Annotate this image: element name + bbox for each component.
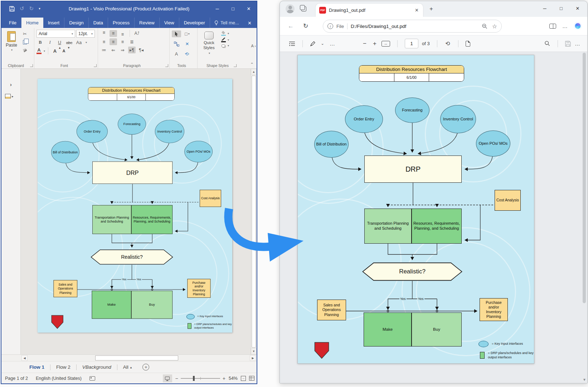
text-tool-icon[interactable]: A (172, 51, 181, 57)
horizontal-scrollbar[interactable]: ◀ ▶ (1, 354, 257, 361)
node-order-entry[interactable]: Order Entry (77, 120, 108, 143)
tab-close-icon[interactable]: ✕ (414, 8, 419, 13)
bold-button[interactable]: B (37, 39, 44, 46)
node-resources[interactable]: Resources, Requirements, Planning, and S… (131, 205, 172, 234)
red-off-page-marker[interactable] (51, 315, 64, 329)
vscroll-thumb[interactable] (252, 76, 256, 348)
node-buy[interactable]: Buy (412, 312, 462, 347)
fit-page-icon[interactable]: ↔ (241, 376, 246, 381)
connector-tool-icon[interactable] (172, 40, 181, 47)
page-number-input[interactable] (405, 39, 418, 48)
node-drp[interactable]: DRP (364, 156, 462, 183)
node-realistic[interactable]: Realistic? (362, 262, 462, 281)
stencil-icon[interactable]: ▸ (5, 94, 14, 99)
zoom-level[interactable]: 54% (229, 376, 238, 381)
node-open-pos-mos[interactable]: Open POs/ MOs (476, 130, 510, 157)
collapse-ribbon-icon[interactable]: ⌃ (250, 62, 254, 67)
clipboard-dialog-launcher-icon[interactable] (30, 64, 33, 67)
profile-avatar-icon[interactable] (286, 4, 295, 13)
node-make[interactable]: Make (92, 291, 131, 319)
close-button[interactable]: ✕ (569, 1, 586, 15)
hscroll-thumb[interactable] (95, 355, 178, 360)
scroll-down-icon[interactable]: ▼ (251, 348, 257, 354)
paste-button[interactable]: Paste ▾ (4, 30, 19, 60)
bullets-icon[interactable]: ≔ (100, 47, 108, 53)
change-case-button[interactable]: Aa (75, 39, 83, 46)
node-order-entry[interactable]: Order Entry (345, 105, 383, 133)
tab-view[interactable]: View (160, 18, 179, 28)
pdf-content-area[interactable]: Distribution Resources Flowchart 6/1/00 … (280, 52, 587, 383)
redo-icon[interactable]: ↻ (29, 5, 34, 12)
node-sales-operations[interactable]: Sales and Operations Planning (317, 300, 346, 320)
shrink-font-button[interactable]: A▼ (60, 48, 68, 54)
page-tab-all[interactable]: All▴ (117, 363, 138, 371)
italic-button[interactable]: I (46, 39, 54, 46)
node-cost-analysis[interactable]: Cost Analysis (495, 190, 521, 211)
macro-record-icon[interactable] (89, 376, 95, 381)
maximize-button[interactable]: □ (553, 1, 569, 15)
node-bill-of-distribution[interactable]: Bill of Distribution (51, 141, 79, 163)
visio-canvas[interactable]: Distribution Resources Flowchart 6/1/00 … (21, 69, 251, 354)
pdf-scroll-down-icon[interactable]: ▼ (583, 378, 586, 382)
decrease-indent-icon[interactable]: ⇐ (110, 47, 117, 53)
node-drp[interactable]: DRP (92, 162, 172, 184)
text-rotate-icon[interactable]: A⤴ (133, 30, 141, 37)
node-cost-analysis[interactable]: Cost Analysis (200, 190, 221, 207)
node-open-pos-mos[interactable]: Open POs/ MOs (184, 141, 213, 162)
rotate-page-icon[interactable]: ⟲ (444, 40, 451, 47)
tab-insert[interactable]: Insert (43, 18, 65, 28)
red-off-page-marker[interactable] (314, 342, 329, 359)
fill-color-button[interactable]: ▾ (220, 31, 229, 36)
pdf-zoom-out-icon[interactable]: − (361, 40, 368, 47)
node-inventory-control[interactable]: Inventory Control (155, 120, 184, 143)
tab-home[interactable]: Home (21, 18, 43, 28)
increase-indent-icon[interactable]: ⇒ (119, 47, 126, 53)
switch-windows-icon[interactable] (249, 376, 254, 381)
node-forecasting[interactable]: Forecasting (395, 97, 429, 123)
workspaces-icon[interactable] (300, 5, 307, 12)
node-inventory-control[interactable]: Inventory Control (440, 105, 476, 133)
node-transportation[interactable]: Transportation Planning and Scheduling (92, 205, 131, 234)
align-right-icon[interactable]: ≡ (119, 38, 126, 45)
strikethrough-button[interactable]: abc (65, 39, 73, 46)
line-color-button[interactable]: ▾ (220, 38, 229, 42)
ltr-direction-icon[interactable]: ▸¶ (128, 47, 136, 53)
expand-shapes-icon[interactable]: › (10, 82, 12, 87)
table-of-contents-icon[interactable] (289, 41, 295, 46)
save-icon[interactable] (565, 41, 571, 47)
close-button[interactable]: ✕ (241, 1, 257, 16)
tab-process[interactable]: Process (108, 18, 135, 28)
status-language[interactable]: English (United States) (36, 376, 82, 381)
undo-icon[interactable]: ↺ (20, 5, 24, 12)
document-close-icon[interactable]: ✕ (248, 20, 252, 26)
split-screen-icon[interactable] (549, 24, 556, 29)
pdf-scroll-thumb[interactable] (583, 53, 586, 303)
maximize-button[interactable]: □ (225, 1, 241, 16)
font-dialog-launcher-icon[interactable] (94, 64, 97, 67)
insert-page-icon[interactable]: + (142, 364, 149, 371)
zoom-slider-thumb[interactable] (193, 376, 195, 381)
node-purchase-inventory[interactable]: Purchase and/or Inventory Planning (480, 298, 508, 321)
grow-font-button[interactable]: A▲ (51, 48, 59, 54)
tab-design[interactable]: Design (64, 18, 88, 28)
node-bill-of-distribution[interactable]: Bill of Distribution (314, 131, 349, 158)
flowchart-title-block[interactable]: Distribution Resources Flowchart 6/1/00 (359, 65, 464, 82)
scroll-right-icon[interactable]: ▶ (250, 355, 256, 361)
customize-qat-icon[interactable]: ▾ (39, 7, 40, 10)
align-center-icon[interactable]: ≡ (110, 38, 117, 45)
address-bar[interactable]: i File D:/Files/Drawing1_out.pdf ☆ (323, 20, 502, 33)
copy-icon[interactable] (21, 39, 29, 46)
vertical-scrollbar[interactable]: ▲ ▼ (251, 69, 257, 354)
connection-point-tool-icon[interactable]: ✕ (182, 40, 193, 47)
shape-styles-dialog-launcher-icon[interactable] (234, 64, 237, 67)
node-sales-operations[interactable]: Sales and Operations Planning (53, 280, 77, 297)
scroll-up-icon[interactable]: ▲ (251, 69, 257, 75)
node-purchase-inventory[interactable]: Purchase and/or Inventory Planning (187, 279, 210, 298)
flowchart-title-block[interactable]: Distribution Resources Flowchart 6/1/00 (88, 87, 175, 101)
minimize-button[interactable]: ─ (536, 1, 553, 15)
align-left-icon[interactable]: ≡ (100, 38, 108, 45)
ribbon-overflow-icon[interactable]: A › (251, 44, 256, 48)
pdf-zoom-in-icon[interactable]: + (371, 40, 378, 47)
pdf-more-icon[interactable]: … (574, 40, 581, 47)
paragraph-dialog-launcher-icon[interactable] (165, 64, 168, 67)
